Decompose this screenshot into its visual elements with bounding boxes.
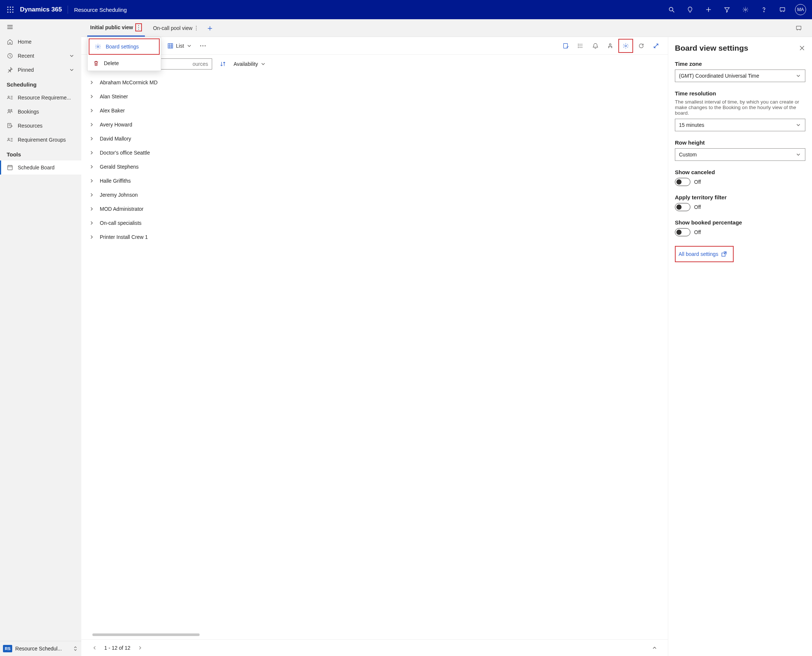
tab-actions-button[interactable] bbox=[195, 25, 198, 31]
nav-home[interactable]: Home bbox=[0, 35, 81, 49]
details-icon-button[interactable] bbox=[573, 39, 588, 53]
svg-point-5 bbox=[12, 9, 13, 10]
expand-icon-button[interactable] bbox=[648, 39, 664, 53]
territory-filter-toggle[interactable] bbox=[675, 203, 690, 211]
assistant-icon[interactable] bbox=[773, 1, 791, 19]
app-launcher-button[interactable] bbox=[3, 2, 18, 17]
tab-initial-public-view[interactable]: Initial public view bbox=[87, 19, 145, 37]
sort-icon[interactable] bbox=[219, 60, 226, 67]
resource-name: MOD Administrator bbox=[100, 206, 144, 212]
sort-by-dropdown[interactable]: Availability bbox=[233, 61, 266, 67]
tab-context-menu: Board settings Delete bbox=[87, 37, 161, 71]
add-icon[interactable] bbox=[700, 1, 717, 19]
lightbulb-icon[interactable] bbox=[681, 1, 699, 19]
nav-requirement-groups[interactable]: Requirement Groups bbox=[0, 133, 81, 147]
list-item[interactable]: MOD Administrator bbox=[85, 202, 664, 216]
svg-point-3 bbox=[8, 9, 9, 10]
alerts-icon-button[interactable] bbox=[588, 39, 603, 53]
svg-point-21 bbox=[8, 110, 10, 111]
row-height-select[interactable]: Custom bbox=[675, 148, 805, 161]
view-switcher-list[interactable]: List bbox=[164, 40, 196, 51]
booked-pct-toggle[interactable] bbox=[675, 228, 690, 236]
pager-next[interactable] bbox=[136, 644, 145, 652]
assistant-panel-icon[interactable] bbox=[791, 21, 806, 35]
svg-point-50 bbox=[578, 45, 579, 46]
menu-item-delete[interactable]: Delete bbox=[88, 56, 161, 71]
hamburger-button[interactable] bbox=[0, 19, 81, 35]
pin-icon bbox=[7, 67, 13, 73]
resource-name: Gerald Stephens bbox=[100, 164, 139, 170]
chevron-right-icon bbox=[89, 122, 95, 128]
app-title: Dynamics 365 bbox=[20, 6, 62, 13]
svg-rect-36 bbox=[797, 26, 801, 29]
nav-pinned[interactable]: Pinned bbox=[0, 63, 81, 77]
nav-schedule-board[interactable]: Schedule Board bbox=[0, 161, 81, 175]
menu-item-board-settings[interactable]: Board settings bbox=[89, 39, 160, 55]
list-item[interactable]: On-call specialists bbox=[85, 216, 664, 230]
nav-bookings[interactable]: Bookings bbox=[0, 105, 81, 119]
svg-point-22 bbox=[11, 110, 12, 111]
nav-resource-requirements[interactable]: Resource Requireme... bbox=[0, 91, 81, 105]
settings-gear-icon[interactable] bbox=[736, 1, 754, 19]
list-item[interactable]: Doctor's office Seattle bbox=[85, 146, 664, 160]
header-actions: MA bbox=[663, 1, 809, 19]
list-item[interactable]: David Mallory bbox=[85, 132, 664, 146]
list-item[interactable]: Printer Install Crew 1 bbox=[85, 230, 664, 244]
svg-point-2 bbox=[12, 7, 13, 8]
nav-recent[interactable]: Recent bbox=[0, 49, 81, 63]
module-switcher[interactable]: RS Resource Schedul... bbox=[0, 641, 81, 656]
timezone-value: (GMT) Coordinated Universal Time bbox=[679, 73, 759, 79]
gear-icon bbox=[95, 43, 101, 50]
chevron-right-icon bbox=[89, 79, 95, 85]
refresh-icon-button[interactable] bbox=[634, 39, 648, 53]
nav-schedule-board-label: Schedule Board bbox=[18, 164, 55, 170]
nav-resources[interactable]: Resources bbox=[0, 119, 81, 133]
filter-icon[interactable] bbox=[718, 1, 736, 19]
people-icon-button[interactable] bbox=[603, 39, 617, 53]
list-item[interactable]: Jeremy Johnson bbox=[85, 188, 664, 202]
horizontal-scrollbar[interactable] bbox=[93, 633, 657, 637]
svg-point-7 bbox=[9, 11, 11, 12]
panel-title: Board view settings bbox=[675, 43, 799, 53]
svg-point-44 bbox=[204, 45, 205, 46]
time-resolution-value: 15 minutes bbox=[679, 122, 704, 128]
show-canceled-label: Show canceled bbox=[675, 169, 805, 175]
list-item[interactable]: Gerald Stephens bbox=[85, 160, 664, 174]
menu-item-label: Delete bbox=[104, 60, 119, 66]
search-icon[interactable] bbox=[663, 1, 681, 19]
tab-on-call-pool-view[interactable]: On-call pool view bbox=[150, 19, 201, 37]
tab-actions-button[interactable] bbox=[135, 23, 142, 31]
user-avatar[interactable]: MA bbox=[795, 4, 806, 15]
board-view-settings-button[interactable] bbox=[618, 39, 633, 53]
help-icon[interactable] bbox=[755, 1, 773, 19]
nav-bookings-label: Bookings bbox=[18, 109, 39, 114]
time-resolution-select[interactable]: 15 minutes bbox=[675, 119, 805, 131]
svg-point-8 bbox=[12, 11, 13, 12]
list-item[interactable]: Alan Steiner bbox=[85, 90, 664, 104]
all-board-settings-link[interactable]: All board settings bbox=[676, 248, 730, 261]
menu-item-label: Board settings bbox=[106, 43, 139, 50]
timezone-select[interactable]: (GMT) Coordinated Universal Time bbox=[675, 70, 805, 82]
close-panel-button[interactable] bbox=[799, 45, 805, 51]
svg-point-6 bbox=[8, 11, 9, 12]
list-item[interactable]: Alex Baker bbox=[85, 104, 664, 118]
svg-point-43 bbox=[202, 45, 203, 46]
add-tab-button[interactable]: ＋ bbox=[201, 23, 219, 34]
chevron-down-icon bbox=[186, 43, 192, 49]
list-item[interactable]: Abraham McCormick MD bbox=[85, 76, 664, 90]
territory-filter-label: Apply territory filter bbox=[675, 194, 805, 200]
module-switcher-label: Resource Schedul... bbox=[15, 646, 69, 651]
nav-home-label: Home bbox=[18, 39, 31, 45]
more-actions-button[interactable] bbox=[196, 43, 210, 49]
svg-point-4 bbox=[9, 9, 11, 10]
nav-section-scheduling: Scheduling bbox=[0, 77, 81, 91]
list-item[interactable]: Halle Griffiths bbox=[85, 174, 664, 188]
book-icon-button[interactable] bbox=[559, 39, 573, 53]
nav-recent-label: Recent bbox=[18, 53, 34, 59]
list-item[interactable]: Avery Howard bbox=[85, 118, 664, 132]
pager-prev[interactable] bbox=[90, 644, 99, 652]
collapse-panel-button[interactable] bbox=[650, 644, 659, 652]
show-canceled-toggle[interactable] bbox=[675, 178, 690, 186]
chevron-down-icon bbox=[69, 67, 75, 73]
chevron-right-icon bbox=[89, 136, 95, 142]
